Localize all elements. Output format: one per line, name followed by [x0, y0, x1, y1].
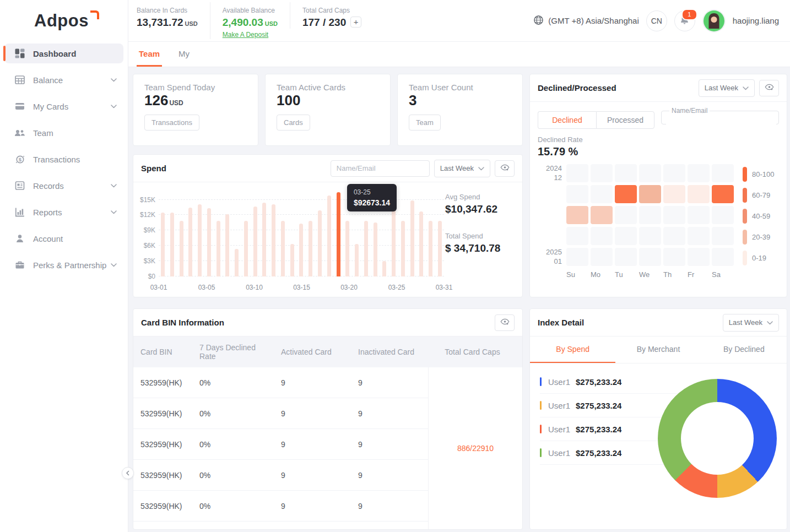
- heatmap-cell[interactable]: [663, 248, 685, 266]
- heatmap-cell[interactable]: [591, 248, 613, 266]
- notifications-button[interactable]: 1: [674, 10, 695, 31]
- bar[interactable]: [374, 222, 377, 276]
- bar[interactable]: [180, 221, 183, 276]
- sidebar-item-team[interactable]: Team: [4, 123, 123, 143]
- index-tab-by-merchant[interactable]: By Merchant: [615, 336, 701, 363]
- heatmap-cell[interactable]: [615, 227, 637, 245]
- bar[interactable]: [235, 249, 239, 276]
- sidebar-item-dashboard[interactable]: Dashboard: [4, 44, 123, 63]
- user-avatar[interactable]: [702, 9, 726, 32]
- heatmap-cell[interactable]: [663, 185, 685, 203]
- heatmap-cell[interactable]: [639, 227, 661, 245]
- index-period-select[interactable]: Last Week: [723, 314, 779, 332]
- heatmap-cell[interactable]: [566, 206, 588, 224]
- bar[interactable]: [438, 221, 442, 276]
- heatmap-cell[interactable]: [615, 164, 637, 182]
- heatmap-cell[interactable]: [712, 248, 734, 266]
- sidebar-item-transactions[interactable]: $Transactions: [4, 149, 123, 169]
- index-list-item[interactable]: User1$275,233.24: [540, 370, 702, 394]
- heatmap-cell[interactable]: [663, 164, 685, 182]
- spend-view-button[interactable]: [495, 160, 515, 177]
- heatmap-cell[interactable]: [712, 164, 734, 182]
- declined-period-select[interactable]: Last Week: [699, 79, 755, 97]
- bar[interactable]: [401, 221, 405, 276]
- heatmap-cell[interactable]: [566, 164, 588, 182]
- toggle-declined[interactable]: Declined: [538, 111, 596, 129]
- bar[interactable]: [299, 224, 303, 276]
- name-email-input[interactable]: [666, 115, 776, 125]
- bar[interactable]: [318, 210, 322, 276]
- bar[interactable]: [170, 213, 174, 276]
- heatmap-cell[interactable]: [591, 227, 613, 245]
- bar[interactable]: [429, 221, 432, 276]
- bar[interactable]: [244, 221, 248, 276]
- heatmap-cell[interactable]: [639, 164, 661, 182]
- bar[interactable]: [327, 196, 331, 276]
- bar[interactable]: [198, 204, 202, 276]
- tab-team[interactable]: Team: [137, 42, 162, 67]
- heatmap-cell[interactable]: [615, 248, 637, 266]
- bar[interactable]: [419, 211, 423, 276]
- bar[interactable]: [364, 221, 368, 276]
- index-tab-by-spend[interactable]: By Spend: [530, 336, 615, 363]
- sidebar-item-perks[interactable]: Perks & Partnership: [4, 255, 123, 275]
- heatmap-cell[interactable]: [688, 164, 710, 182]
- bar[interactable]: [272, 204, 275, 276]
- spend-search-input[interactable]: [331, 160, 430, 177]
- heatmap-cell[interactable]: [688, 248, 710, 266]
- sidebar-item-account[interactable]: Account: [4, 229, 123, 248]
- bar[interactable]: [355, 244, 359, 276]
- heatmap-cell[interactable]: [688, 227, 710, 245]
- heatmap-cell[interactable]: [639, 248, 661, 266]
- bar[interactable]: [188, 208, 192, 276]
- sidebar-item-balance[interactable]: Balance: [4, 70, 123, 90]
- heatmap-cell[interactable]: [566, 185, 588, 203]
- language-button[interactable]: CN: [646, 10, 667, 31]
- heatmap-cell[interactable]: [712, 185, 734, 203]
- bar[interactable]: [262, 203, 266, 276]
- bar[interactable]: [410, 200, 414, 276]
- heatmap-cell[interactable]: [712, 206, 734, 224]
- declined-view-button[interactable]: [759, 80, 779, 96]
- heatmap-cell[interactable]: [615, 206, 637, 224]
- heatmap-cell[interactable]: [591, 185, 613, 203]
- bar[interactable]: [217, 221, 220, 276]
- sidebar-item-records[interactable]: Records: [4, 176, 123, 196]
- bar[interactable]: [207, 208, 211, 276]
- spend-period-select[interactable]: Last Week: [434, 160, 490, 177]
- heatmap-cell[interactable]: [663, 206, 685, 224]
- heatmap-cell[interactable]: [591, 164, 613, 182]
- sidebar-item-reports[interactable]: Reports: [4, 202, 123, 222]
- heatmap-cell[interactable]: [663, 227, 685, 245]
- bar-highlighted[interactable]: [337, 192, 340, 276]
- heatmap-cell[interactable]: [639, 206, 661, 224]
- heatmap-cell[interactable]: [639, 185, 661, 203]
- add-card-caps-button[interactable]: +: [350, 17, 361, 28]
- make-a-deposit-link[interactable]: Make A Deposit: [223, 31, 268, 39]
- column-header: Inactivated Card: [351, 348, 423, 356]
- bar[interactable]: [161, 213, 165, 276]
- sidebar-collapse-button[interactable]: [122, 467, 134, 479]
- heatmap-cell[interactable]: [566, 248, 588, 266]
- bar[interactable]: [290, 244, 294, 276]
- heatmap-cell[interactable]: [566, 227, 588, 245]
- stat-card-link-button[interactable]: Team: [409, 115, 441, 131]
- bar[interactable]: [253, 207, 257, 276]
- bar[interactable]: [345, 221, 349, 276]
- index-tab-by-declined[interactable]: By Declined: [701, 336, 787, 363]
- bar[interactable]: [281, 221, 285, 276]
- heatmap-cell[interactable]: [615, 185, 637, 203]
- toggle-processed[interactable]: Processed: [596, 111, 654, 129]
- stat-card-link-button[interactable]: Transactions: [144, 115, 199, 131]
- sidebar-item-mycards[interactable]: My Cards: [4, 96, 123, 116]
- heatmap-cell[interactable]: [688, 206, 710, 224]
- bar[interactable]: [382, 261, 386, 276]
- stat-card-link-button[interactable]: Cards: [277, 115, 310, 131]
- heatmap-cell[interactable]: [712, 227, 734, 245]
- tab-my[interactable]: My: [176, 42, 192, 67]
- card-bin-view-button[interactable]: [495, 314, 515, 331]
- bar[interactable]: [225, 214, 229, 276]
- heatmap-cell[interactable]: [591, 206, 613, 224]
- heatmap-cell[interactable]: [688, 185, 710, 203]
- bar[interactable]: [309, 221, 312, 276]
